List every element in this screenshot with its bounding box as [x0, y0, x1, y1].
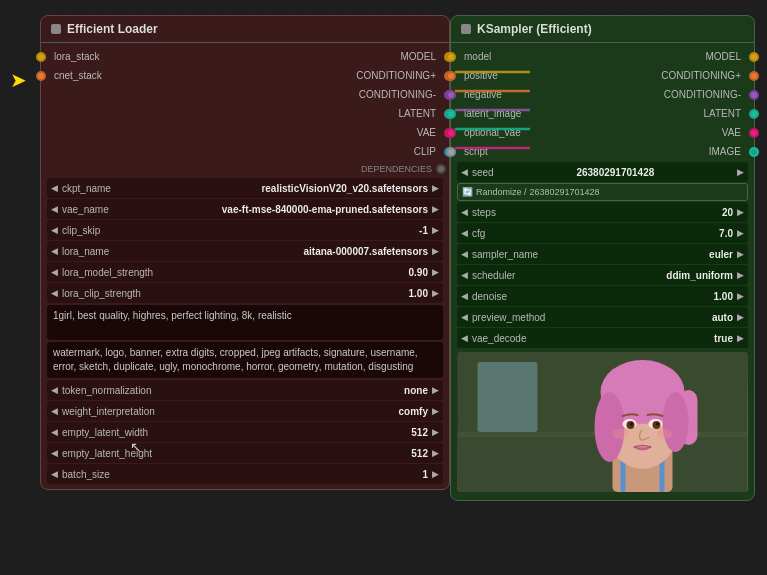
field-lora-name[interactable]: ◀ lora_name aitana-000007.safetensors ▶: [47, 241, 443, 261]
ks-input-connector-latent: [446, 109, 456, 119]
ks-field-arrow-left-cfg[interactable]: ◀: [461, 228, 468, 238]
yellow-arrow-indicator: ➤: [10, 68, 27, 92]
field-arrow-left-lora-name[interactable]: ◀: [51, 246, 58, 256]
field-arrow-left-latent-w[interactable]: ◀: [51, 427, 58, 437]
ks-field-arrow-right-steps[interactable]: ▶: [737, 207, 744, 217]
ks-field-vae-decode[interactable]: ◀ vae_decode true ▶: [457, 328, 748, 348]
field-lora-clip-strength[interactable]: ◀ lora_clip_strength 1.00 ▶: [47, 283, 443, 303]
preview-svg: [457, 352, 748, 492]
ks-field-value-scheduler: ddim_uniform: [662, 270, 737, 281]
field-value-latent-h: 512: [407, 448, 432, 459]
field-arrow-right-latent-w[interactable]: ▶: [432, 427, 439, 437]
field-arrow-right-batch[interactable]: ▶: [432, 469, 439, 479]
ks-field-value-vae-decode: true: [710, 333, 737, 344]
ks-field-arrow-right-sampler[interactable]: ▶: [737, 249, 744, 259]
field-arrow-right-weight-interp[interactable]: ▶: [432, 406, 439, 416]
ks-field-arrow-left-preview[interactable]: ◀: [461, 312, 468, 322]
output-label-latent: LATENT: [398, 108, 444, 119]
ks-field-arrow-right-denoise[interactable]: ▶: [737, 291, 744, 301]
ks-input-connector-vae: [446, 128, 456, 138]
dependencies-label: DEPENDENCIES: [41, 161, 449, 177]
ks-field-arrow-left-steps[interactable]: ◀: [461, 207, 468, 217]
ks-port-negative: negative: [451, 85, 603, 104]
randomize-seed-value: 26380291701428: [530, 187, 600, 197]
ksampler-header: KSampler (Efficient): [451, 16, 754, 43]
ks-field-value-cfg: 7.0: [715, 228, 737, 239]
ks-field-scheduler[interactable]: ◀ scheduler ddim_uniform ▶: [457, 265, 748, 285]
field-lora-model-strength[interactable]: ◀ lora_model_strength 0.90 ▶: [47, 262, 443, 282]
ksampler-node: KSampler (Efficient) model positive: [450, 15, 755, 501]
ks-field-arrow-right-cfg[interactable]: ▶: [737, 228, 744, 238]
field-arrow-right-lora-name[interactable]: ▶: [432, 246, 439, 256]
ks-output-label-latent: LATENT: [703, 108, 749, 119]
field-label-lora-name: lora_name: [58, 246, 299, 257]
svg-rect-3: [478, 362, 538, 432]
ks-field-arrow-left-sampler[interactable]: ◀: [461, 249, 468, 259]
port-row-conditioning-minus-out: CONDITIONING-: [359, 85, 449, 104]
field-arrow-left-lora-clip[interactable]: ◀: [51, 288, 58, 298]
ks-field-arrow-left-scheduler[interactable]: ◀: [461, 270, 468, 280]
canvas-area: ➤ ↖ Efficient Loader lora_stac: [0, 0, 767, 575]
ks-input-label-vae: optional_vae: [456, 127, 603, 138]
randomize-button[interactable]: 🔄 Randomize / 26380291701428: [457, 183, 748, 201]
port-row-conditioning-plus-out: CONDITIONING+: [356, 66, 449, 85]
field-arrow-right-latent-h[interactable]: ▶: [432, 448, 439, 458]
efficient-loader-header-dot: [51, 24, 61, 34]
ks-input-connector-model: [446, 52, 456, 62]
ks-field-arrow-right-scheduler[interactable]: ▶: [737, 270, 744, 280]
seed-arrow-right[interactable]: ▶: [737, 167, 744, 177]
negative-prompt-field[interactable]: watermark, logo, banner, extra digits, c…: [47, 342, 443, 378]
field-arrow-left-latent-h[interactable]: ◀: [51, 448, 58, 458]
field-arrow-right-lora-model[interactable]: ▶: [432, 267, 439, 277]
ks-output-label-vae: VAE: [722, 127, 749, 138]
field-arrow-left-weight-interp[interactable]: ◀: [51, 406, 58, 416]
ks-field-preview-method[interactable]: ◀ preview_method auto ▶: [457, 307, 748, 327]
ks-field-cfg[interactable]: ◀ cfg 7.0 ▶: [457, 223, 748, 243]
field-arrow-right-clip-skip[interactable]: ▶: [432, 225, 439, 235]
ks-field-steps[interactable]: ◀ steps 20 ▶: [457, 202, 748, 222]
ks-output-connector-cond-plus: [749, 71, 759, 81]
ks-field-arrow-right-vae-decode[interactable]: ▶: [737, 333, 744, 343]
field-arrow-left-clip-skip[interactable]: ◀: [51, 225, 58, 235]
ks-input-label-negative: negative: [456, 89, 603, 100]
field-arrow-left-token-norm[interactable]: ◀: [51, 385, 58, 395]
ks-field-arrow-right-preview[interactable]: ▶: [737, 312, 744, 322]
field-arrow-left-batch[interactable]: ◀: [51, 469, 58, 479]
field-arrow-left-lora-model[interactable]: ◀: [51, 267, 58, 277]
field-arrow-right-ckpt[interactable]: ▶: [432, 183, 439, 193]
ks-field-arrow-left-denoise[interactable]: ◀: [461, 291, 468, 301]
positive-prompt-field[interactable]: 1girl, best quality, highres, perfect li…: [47, 305, 443, 340]
ks-field-label-denoise: denoise: [468, 291, 710, 302]
field-empty-latent-width[interactable]: ◀ empty_latent_width 512 ▶: [47, 422, 443, 442]
port-row-vae-out: VAE: [417, 123, 449, 142]
ksampler-body: model positive negative latent_image: [451, 43, 754, 500]
field-arrow-right-vae[interactable]: ▶: [432, 204, 439, 214]
field-token-normalization[interactable]: ◀ token_normalization none ▶: [47, 380, 443, 400]
field-vae-name[interactable]: ◀ vae_name vae-ft-mse-840000-ema-pruned.…: [47, 199, 443, 219]
field-arrow-left-ckpt[interactable]: ◀: [51, 183, 58, 193]
seed-row[interactable]: ◀ seed 26380291701428 ▶: [457, 162, 748, 182]
field-arrow-right-token-norm[interactable]: ▶: [432, 385, 439, 395]
field-batch-size[interactable]: ◀ batch_size 1 ▶: [47, 464, 443, 484]
field-empty-latent-height[interactable]: ◀ empty_latent_height 512 ▶: [47, 443, 443, 463]
field-ckpt-name[interactable]: ◀ ckpt_name realisticVisionV20_v20.safet…: [47, 178, 443, 198]
field-weight-interpretation[interactable]: ◀ weight_interpretation comfy ▶: [47, 401, 443, 421]
ks-field-denoise[interactable]: ◀ denoise 1.00 ▶: [457, 286, 748, 306]
port-row-lora-stack: lora_stack: [41, 47, 245, 66]
ks-output-connector-image: [749, 147, 759, 157]
ks-output-connector-latent: [749, 109, 759, 119]
field-label-batch: batch_size: [58, 469, 418, 480]
seed-arrow-left[interactable]: ◀: [461, 167, 468, 177]
ks-field-arrow-left-vae-decode[interactable]: ◀: [461, 333, 468, 343]
ks-port-model: model: [451, 47, 603, 66]
ks-output-label-cond-minus: CONDITIONING-: [664, 89, 749, 100]
randomize-icon: 🔄: [462, 187, 473, 197]
field-arrow-right-lora-clip[interactable]: ▶: [432, 288, 439, 298]
field-arrow-left-vae[interactable]: ◀: [51, 204, 58, 214]
field-clip-skip[interactable]: ◀ clip_skip -1 ▶: [47, 220, 443, 240]
ks-output-connector-vae: [749, 128, 759, 138]
ks-output-label-image: IMAGE: [709, 146, 749, 157]
ks-field-sampler-name[interactable]: ◀ sampler_name euler ▶: [457, 244, 748, 264]
ks-input-connector-negative: [446, 90, 456, 100]
output-label-vae: VAE: [417, 127, 444, 138]
